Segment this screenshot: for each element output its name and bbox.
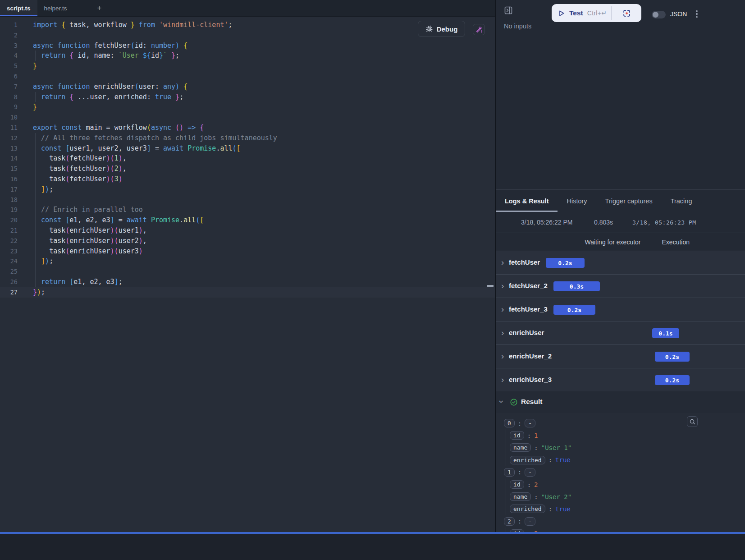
run-end-time: 3/18, 05:26:23 PM <box>632 219 696 226</box>
debug-button[interactable]: Debug <box>418 21 465 37</box>
editor-tab-script.ts[interactable]: script.ts <box>0 0 37 16</box>
legend-waiting-swatch <box>645 238 653 246</box>
new-tab-button[interactable]: + <box>92 0 107 16</box>
json-key-badge[interactable]: enriched <box>510 456 545 464</box>
task-name: fetchUser_2 <box>509 282 548 289</box>
json-row: 2:- <box>496 515 745 528</box>
code-line-10: 10 <box>0 112 495 123</box>
code-line-19: 19 // Enrich in parallel too <box>0 205 495 215</box>
duration-pill: 0.2s <box>553 305 595 315</box>
ai-wand-button[interactable] <box>473 24 485 35</box>
code-editor[interactable]: 1import { task, workflow } from 'windmil… <box>0 17 495 532</box>
chevron-right-icon[interactable]: › <box>501 375 504 385</box>
chevron-right-icon[interactable]: › <box>501 281 504 291</box>
code-line-5: 5} <box>0 61 495 71</box>
code-line-7: 7async function enrichUser(user: any) { <box>0 82 495 92</box>
task-row-fetchUser_2[interactable]: ›fetchUser_20.3s <box>496 275 745 298</box>
code-line-22: 22 task(enrichUser)(user2), <box>0 236 495 246</box>
code-line-9: 9} <box>0 102 495 112</box>
run-summary-row: 3/18, 05:26:22 PM 0.803s 3/18, 05:26:23 … <box>496 212 745 233</box>
task-name: enrichUser_2 <box>509 352 552 360</box>
code-line-21: 21 task(enrichUser)(user1), <box>0 225 495 236</box>
code-line-25: 25 <box>0 266 495 277</box>
code-line-24: 24 ]); <box>0 256 495 266</box>
json-key-badge[interactable]: 1 <box>504 468 515 477</box>
legend-waiting-label: Waiting for executor <box>585 239 641 246</box>
task-row-fetchUser[interactable]: ›fetchUser0.2s <box>496 251 745 275</box>
run-start-time: 3/18, 05:26:22 PM <box>521 219 572 226</box>
json-key-badge[interactable]: enriched <box>510 505 545 513</box>
result-header[interactable]: › Result <box>496 391 745 413</box>
task-name: fetchUser <box>509 258 540 266</box>
task-name: enrichUser_3 <box>509 376 552 383</box>
duration-pill: 0.2s <box>655 375 690 385</box>
play-icon <box>558 9 565 17</box>
result-json-viewer: 0:-id:1name:"User 1"enriched:true1:-id:2… <box>496 413 745 532</box>
duration-pill: 0.1s <box>652 328 679 338</box>
code-line-27: 27}); <box>0 287 495 298</box>
test-button[interactable]: Test <box>569 9 583 17</box>
json-value: 1 <box>534 432 538 439</box>
chevron-right-icon[interactable]: › <box>501 304 504 314</box>
kebab-menu-button[interactable] <box>693 9 700 19</box>
json-key-badge[interactable]: name <box>510 492 531 501</box>
code-line-20: 20 const [e1, e2, e3] = await Promise.al… <box>0 215 495 225</box>
run-duration: 0.803s <box>594 219 613 226</box>
code-line-26: 26 return [e1, e2, e3]; <box>0 277 495 287</box>
collapse-toggle-badge[interactable]: - <box>525 419 535 427</box>
task-row-enrichUser_3[interactable]: ›enrichUser_30.2s <box>496 368 745 392</box>
chevron-right-icon[interactable]: › <box>501 351 504 361</box>
json-key-badge[interactable]: 2 <box>504 517 515 526</box>
json-value: true <box>555 505 571 513</box>
tab-logs-result[interactable]: Logs & Result <box>496 190 558 212</box>
code-line-3: 3async function fetchUser(id: number) { <box>0 41 495 51</box>
test-shortcut-hint: Ctrl+↵ <box>587 9 607 17</box>
code-line-23: 23 task(enrichUser)(user3) <box>0 246 495 257</box>
timeline-legend: Waiting for executor Execution <box>496 233 745 251</box>
code-line-4: 4 return { id, name: `User ${id}` }; <box>0 50 495 61</box>
task-row-fetchUser_3[interactable]: ›fetchUser_30.2s <box>496 298 745 321</box>
chevron-right-icon[interactable]: › <box>501 328 504 338</box>
task-row-enrichUser_2[interactable]: ›enrichUser_20.2s <box>496 345 745 368</box>
result-label: Result <box>521 398 542 406</box>
magic-wand-icon <box>475 26 483 33</box>
tab-trigger-captures[interactable]: Trigger captures <box>596 190 662 212</box>
no-inputs-label: No inputs <box>504 23 531 30</box>
json-key-badge[interactable]: id <box>510 480 524 489</box>
json-row: enriched:true <box>496 454 745 466</box>
collapse-toggle-badge[interactable]: - <box>525 468 535 477</box>
json-key-badge[interactable]: name <box>510 443 531 452</box>
search-icon[interactable] <box>687 416 698 427</box>
json-value: "User 1" <box>541 444 571 451</box>
editor-tab-helper.ts[interactable]: helper.ts <box>37 0 74 16</box>
json-row: id:3 <box>496 528 745 532</box>
task-row-enrichUser[interactable]: ›enrichUser0.1s <box>496 321 745 345</box>
code-line-18: 18 <box>0 195 495 205</box>
json-key-badge[interactable]: id <box>510 431 524 440</box>
debug-button-label: Debug <box>437 25 458 33</box>
json-toggle[interactable] <box>652 11 666 18</box>
code-line-6: 6 <box>0 71 495 82</box>
toggle-knob <box>653 12 658 18</box>
duration-pill: 0.2s <box>655 352 690 362</box>
editor-pane: script.tshelper.ts + 1import { task, wor… <box>0 0 495 532</box>
json-key-badge[interactable]: 0 <box>504 419 515 427</box>
json-row: name:"User 2" <box>496 491 745 503</box>
task-name: enrichUser <box>509 329 544 336</box>
tab-history[interactable]: History <box>558 190 596 212</box>
chevron-down-icon[interactable]: › <box>497 400 507 403</box>
json-toggle-label: JSON <box>670 10 687 18</box>
code-lines: 1import { task, workflow } from 'windmil… <box>0 17 495 298</box>
legend-execution-swatch <box>695 238 702 246</box>
json-row: name:"User 1" <box>496 441 745 454</box>
test-scope-button[interactable] <box>612 4 641 22</box>
tab-tracing[interactable]: Tracing <box>662 190 701 212</box>
collapse-toggle-badge[interactable]: - <box>525 517 535 526</box>
duration-pill: 0.3s <box>553 281 600 291</box>
duration-pill: 0.2s <box>546 258 585 268</box>
test-button-group: Test Ctrl+↵ <box>552 4 641 22</box>
chevron-right-icon[interactable]: › <box>501 257 504 267</box>
json-row: 0:- <box>496 417 745 429</box>
panel-right-toggle-icon[interactable] <box>504 6 513 15</box>
editor-overview-cursor-marker <box>487 285 494 287</box>
